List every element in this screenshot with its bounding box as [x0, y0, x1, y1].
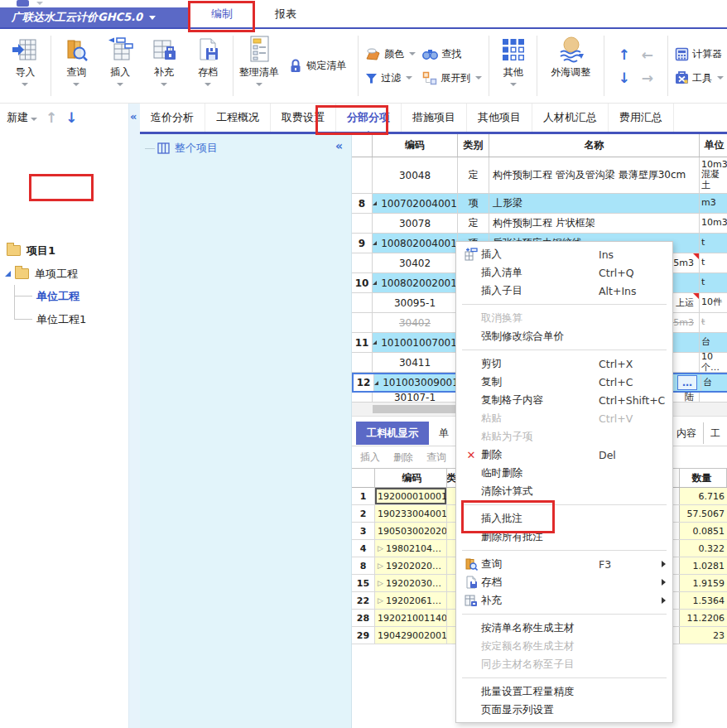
menu-item-临时删除[interactable]: 临时删除 [456, 464, 672, 482]
menu-item-批量设置工程量精度[interactable]: 批量设置工程量精度 [456, 682, 672, 701]
quick-access-icon[interactable] [17, 0, 29, 7]
header-name[interactable]: 名称 [489, 134, 700, 157]
lock-list-button[interactable]: 锁定清单 [281, 29, 354, 103]
table-row[interactable]: 30078定构件预制工程 片状框架10m3… [352, 214, 727, 234]
cell-code[interactable]: 30107-1 [373, 393, 458, 402]
import-button[interactable]: 导入 [3, 29, 47, 103]
worksheet-tab-分部分项[interactable]: 分部分项 [336, 104, 402, 132]
cell-code[interactable]: ▷19202030… [375, 575, 447, 591]
cell-code[interactable]: 30048 [373, 157, 458, 193]
cell-quantity[interactable]: 0.322 [679, 540, 727, 557]
calculator-button[interactable]: 计算器 [675, 47, 724, 61]
tab-fragment-content[interactable]: 内容 [670, 427, 703, 441]
header-quantity[interactable]: 数量 [679, 469, 727, 487]
query-button[interactable]: 查询 [55, 29, 99, 103]
cell-quantity[interactable]: 1.5364 [679, 592, 727, 609]
cell-unit[interactable]: 10个… [700, 353, 727, 372]
cell-code[interactable]: 192000010001 [375, 488, 447, 504]
resource-delete-button[interactable]: 删除 [393, 451, 413, 465]
cell-code[interactable]: ▷19202020… [375, 557, 447, 574]
cell-code[interactable]: 30411 [373, 353, 458, 372]
cell-quantity[interactable]: 11.2206 [679, 610, 727, 626]
worksheet-tab-造价分析[interactable]: 造价分析 [140, 104, 205, 132]
menu-item-插入子目[interactable]: 插入子目Alt+Ins [456, 282, 672, 300]
worksheet-tab-取费设置[interactable]: 取费设置 [271, 104, 336, 132]
cell-code[interactable]: 30078 [373, 214, 458, 233]
expand-to-button[interactable]: 展开到 [422, 71, 482, 85]
table-row[interactable]: 8100702004001项丄形梁m3 [352, 194, 727, 214]
new-button[interactable]: 新建 [7, 110, 37, 125]
cell-code[interactable]: 101001007001 [373, 333, 458, 352]
cell-quantity[interactable]: 23 [679, 627, 727, 644]
cell-unit[interactable]: 10m3混凝土 [700, 157, 727, 193]
resource-insert-button[interactable]: 插入 [360, 451, 380, 465]
cell-code[interactable]: ▷19202061… [375, 592, 447, 609]
cell-name[interactable]: 构件预制工程 片状框架 [489, 214, 700, 233]
cell-unit[interactable] [700, 393, 727, 402]
cell-code[interactable]: 101003009001 [374, 374, 460, 391]
tab-labor-material-machine[interactable]: 工料机显示 [356, 422, 429, 445]
insert-button[interactable]: 插入 [99, 29, 142, 103]
other-button[interactable]: 其他 [493, 29, 533, 103]
tree-item-project1[interactable]: 项目1 [0, 239, 135, 262]
cell-quantity[interactable]: 1.9159 [679, 575, 727, 591]
menu-item-删除所有批注[interactable]: 删除所有批注 [456, 528, 672, 546]
whole-project-node[interactable]: 整个项目 [145, 141, 218, 156]
move-down-button[interactable]: ↓ [619, 70, 630, 86]
cell-code[interactable]: 30402 [373, 313, 458, 332]
menu-item-插入批注[interactable]: 插入批注 [456, 509, 672, 528]
move-right-button[interactable]: → [642, 70, 653, 86]
cell-code[interactable]: ▷19802104… [375, 540, 447, 557]
cell-code[interactable]: 190233004001 [375, 505, 447, 522]
cell-unit[interactable]: 台 [700, 333, 727, 352]
cell-code[interactable]: 190503002020 [375, 523, 447, 539]
cell-code[interactable]: 30402 [373, 253, 458, 272]
cell-quantity[interactable]: 0.0851 [679, 523, 727, 539]
cell-category[interactable]: 定 [458, 214, 489, 233]
tools-button[interactable]: 工具 [675, 71, 724, 85]
sidebar-collapse-strip[interactable]: « [128, 104, 141, 728]
cell-unit[interactable]: t [700, 253, 727, 272]
cell-category[interactable]: 定 [458, 157, 489, 193]
supplement-button[interactable]: 补充 [142, 29, 186, 103]
cell-code[interactable]: 192021001140 [375, 610, 447, 626]
menu-item-插入清单[interactable]: 插入清单Ctrl+Q [456, 263, 672, 282]
menu-item-强制修改综合单价[interactable]: 强制修改综合单价 [456, 327, 672, 345]
move-up-button[interactable]: ↑ [619, 46, 630, 63]
mode-tab-report[interactable]: 报表 [262, 0, 310, 27]
collapse-icon[interactable] [373, 241, 377, 245]
tab-fragment-quantity[interactable]: 工 [704, 427, 727, 441]
table-row[interactable]: 30048定构件预制工程 管沟及管沟梁 最薄壁厚30cm10m3混凝土 [352, 157, 727, 194]
organize-list-button[interactable]: 整理清单 [237, 29, 281, 103]
menu-item-页面显示列设置[interactable]: 页面显示列设置 [456, 701, 672, 719]
resource-query-button[interactable]: 查询 [426, 451, 446, 465]
expand-icon[interactable]: ▷ [378, 544, 383, 552]
cell-quantity[interactable]: 1.0281 [679, 557, 727, 574]
cell-quantity[interactable]: 57.5067 [679, 505, 727, 522]
mode-tab-compile[interactable]: 编制 [190, 0, 253, 27]
menu-item-插入[interactable]: 插入Ins [456, 245, 672, 263]
collapse-icon[interactable] [374, 381, 378, 385]
worksheet-tab-人材机汇总[interactable]: 人材机汇总 [532, 104, 609, 132]
menu-item-存档[interactable]: 存档 [456, 573, 672, 591]
cell-name[interactable]: 构件预制工程 管沟及管沟梁 最薄壁厚30cm [489, 157, 700, 193]
menu-item-剪切[interactable]: 剪切Ctrl+X [456, 354, 672, 373]
cell-code[interactable]: 30095-1 [373, 293, 458, 312]
quick-access-caret-icon[interactable] [36, 2, 43, 5]
cell-code[interactable]: 100702004001 [373, 194, 458, 213]
expand-icon[interactable]: ▷ [378, 579, 383, 587]
cell-unit[interactable]: t [700, 234, 727, 253]
panel-collapse-icon[interactable]: « [335, 139, 343, 152]
menu-item-清除计算式[interactable]: 清除计算式 [456, 482, 672, 500]
cell-unit[interactable]: t [700, 273, 727, 292]
cell-code[interactable]: 190429002001 [375, 627, 447, 644]
cell-category[interactable]: 项 [458, 194, 489, 213]
cell-ellipsis-button[interactable]: … [677, 375, 697, 390]
cell-quantity[interactable]: 6.716 [679, 488, 727, 504]
app-title[interactable]: 广联达水工云计价GHC5.0 [0, 7, 189, 27]
collapse-left-icon[interactable]: « [130, 110, 137, 123]
find-button[interactable]: 查找 [422, 47, 482, 61]
header-unit[interactable]: 单位 [700, 134, 727, 157]
collapse-icon[interactable] [373, 281, 377, 285]
tree-item-single-project[interactable]: 单项工程 [0, 263, 133, 285]
